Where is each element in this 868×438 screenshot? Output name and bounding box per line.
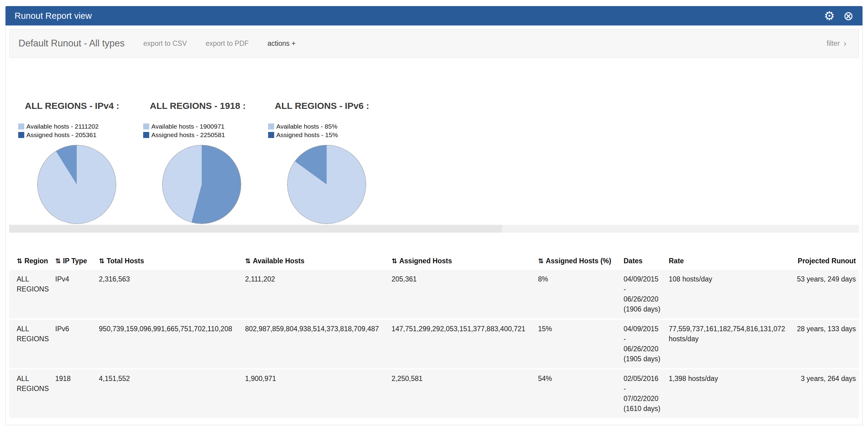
table-cell: 2,316,563 bbox=[96, 269, 243, 319]
chevron-right-icon: › bbox=[843, 39, 846, 48]
legend-label: Available hosts - 1900971 bbox=[151, 123, 224, 130]
charts-row: ALL REGIONS - IPv4 : Available hosts - 2… bbox=[9, 100, 859, 224]
legend-swatch-icon bbox=[143, 132, 149, 138]
sort-icon[interactable]: ⇅ bbox=[99, 257, 104, 265]
table-body: ALL REGIONSIPv42,316,5632,111,202205,361… bbox=[9, 269, 859, 418]
column-header-label: Rate bbox=[669, 257, 684, 265]
pie-chart bbox=[38, 145, 116, 224]
column-header-label: Available Hosts bbox=[253, 257, 304, 265]
settings-icon[interactable]: ⚙ bbox=[824, 10, 835, 22]
table-cell: 108 hosts/day bbox=[666, 269, 794, 319]
table-cell: 77,559,737,161,182,754,816,131,072 hosts… bbox=[666, 319, 794, 369]
column-header-label: Dates bbox=[624, 257, 643, 265]
close-icon[interactable]: ⊗ bbox=[843, 10, 854, 22]
scrollbar-thumb[interactable] bbox=[9, 225, 502, 233]
legend-label: Assigned hosts - 15% bbox=[276, 131, 338, 138]
table-cell: 2,111,202 bbox=[243, 269, 389, 319]
table-cell: 147,751,299,292,053,151,377,883,400,721 bbox=[389, 319, 536, 369]
sort-icon[interactable]: ⇅ bbox=[17, 257, 22, 265]
filter-label: filter bbox=[827, 39, 840, 48]
table-header-row: ⇅Region⇅IP Type⇅Total Hosts⇅Available Ho… bbox=[9, 254, 859, 269]
page-title: Runout Report view bbox=[14, 11, 92, 21]
table-cell: ALL REGIONS bbox=[9, 369, 53, 418]
legend-swatch-icon bbox=[18, 132, 24, 138]
column-header-dates: Dates bbox=[621, 254, 666, 269]
pie-chart-block: ALL REGIONS - IPv6 : Available hosts - 8… bbox=[268, 100, 393, 224]
legend-item: Assigned hosts - 2250581 bbox=[143, 131, 268, 139]
legend-label: Available hosts - 2111202 bbox=[26, 123, 99, 130]
column-header-assigned-hosts[interactable]: ⇅Assigned Hosts bbox=[389, 254, 536, 269]
pie-chart bbox=[162, 145, 241, 224]
column-header-region[interactable]: ⇅Region bbox=[9, 254, 53, 269]
column-header-label: Assigned Hosts (%) bbox=[546, 257, 611, 265]
report-name: Default Runout - All types bbox=[19, 38, 125, 49]
table-row: ALL REGIONSIPv6950,739,159,096,991,665,7… bbox=[9, 319, 859, 369]
title-bar: Runout Report view ⚙ ⊗ bbox=[5, 6, 863, 26]
chart-legend: Available hosts - 1900971Assigned hosts … bbox=[143, 122, 268, 139]
export-pdf-link[interactable]: export to PDF bbox=[206, 39, 249, 48]
export-csv-link[interactable]: export to CSV bbox=[144, 39, 187, 48]
column-header-label: Projected Runout bbox=[798, 257, 856, 265]
table-cell: 950,739,159,096,991,665,751,702,110,208 bbox=[96, 319, 243, 369]
table-cell: 28 years, 133 days bbox=[794, 319, 859, 369]
column-header-total-hosts[interactable]: ⇅Total Hosts bbox=[96, 254, 243, 269]
legend-item: Available hosts - 85% bbox=[268, 122, 393, 131]
table-cell: 54% bbox=[536, 369, 621, 418]
table-row: ALL REGIONS19184,151,5521,900,9712,250,5… bbox=[9, 369, 859, 418]
table-cell: ALL REGIONS bbox=[9, 319, 53, 369]
table-cell: 1918 bbox=[53, 369, 96, 418]
column-header-label: Region bbox=[24, 257, 48, 265]
table-cell: 4,151,552 bbox=[96, 369, 243, 418]
legend-swatch-icon bbox=[143, 123, 149, 129]
sort-icon[interactable]: ⇅ bbox=[538, 257, 544, 265]
horizontal-scrollbar[interactable] bbox=[9, 225, 859, 233]
table-cell: 02/05/2016 - 07/02/2020 (1610 days) bbox=[621, 369, 666, 418]
titlebar-icons: ⚙ ⊗ bbox=[824, 10, 854, 22]
report-card: Default Runout - All types export to CSV… bbox=[5, 26, 863, 425]
legend-swatch-icon bbox=[268, 123, 274, 129]
column-header-label: Assigned Hosts bbox=[399, 257, 452, 265]
actions-menu-button[interactable]: actions + bbox=[268, 39, 296, 48]
table-cell: 1,398 hosts/day bbox=[666, 369, 794, 418]
column-header-assigned-hosts[interactable]: ⇅Assigned Hosts (%) bbox=[536, 254, 621, 269]
table-cell: 3 years, 264 days bbox=[794, 369, 859, 418]
chart-title: ALL REGIONS - IPv6 : bbox=[275, 100, 393, 111]
table-cell: 15% bbox=[536, 319, 621, 369]
pie-chart-block: ALL REGIONS - 1918 : Available hosts - 1… bbox=[143, 100, 268, 224]
legend-swatch-icon bbox=[18, 123, 24, 129]
table-cell: 04/09/2015 - 06/26/2020 (1905 days) bbox=[621, 319, 666, 369]
filter-toggle[interactable]: filter › bbox=[827, 39, 846, 48]
table-cell: IPv4 bbox=[53, 269, 96, 319]
table-cell: 205,361 bbox=[389, 269, 536, 319]
column-header-label: Total Hosts bbox=[106, 257, 144, 265]
chart-title: ALL REGIONS - IPv4 : bbox=[25, 100, 143, 111]
legend-label: Available hosts - 85% bbox=[276, 123, 338, 130]
table-cell: 04/09/2015 - 06/26/2020 (1906 days) bbox=[621, 269, 666, 319]
legend-item: Assigned hosts - 15% bbox=[268, 131, 393, 139]
column-header-ip-type[interactable]: ⇅IP Type bbox=[53, 254, 96, 269]
chart-title: ALL REGIONS - 1918 : bbox=[150, 100, 268, 111]
legend-label: Assigned hosts - 2250581 bbox=[151, 131, 225, 138]
legend-item: Available hosts - 2111202 bbox=[18, 122, 143, 131]
sort-icon[interactable]: ⇅ bbox=[245, 257, 250, 265]
legend-swatch-icon bbox=[268, 132, 274, 138]
table-row: ALL REGIONSIPv42,316,5632,111,202205,361… bbox=[9, 269, 859, 319]
table-cell: 8% bbox=[536, 269, 621, 319]
app: Runout Report view ⚙ ⊗ Default Runout - … bbox=[0, 0, 868, 425]
column-header-label: IP Type bbox=[63, 257, 87, 265]
legend-item: Assigned hosts - 205361 bbox=[18, 131, 143, 139]
sort-icon[interactable]: ⇅ bbox=[55, 257, 61, 265]
table-cell: 1,900,971 bbox=[243, 369, 389, 418]
column-header-projected-runout: Projected Runout bbox=[794, 254, 859, 269]
legend-item: Available hosts - 1900971 bbox=[143, 122, 268, 131]
table-cell: 53 years, 249 days bbox=[794, 269, 859, 319]
column-header-rate: Rate bbox=[666, 254, 794, 269]
table-cell: IPv6 bbox=[53, 319, 96, 369]
column-header-available-hosts[interactable]: ⇅Available Hosts bbox=[243, 254, 389, 269]
chart-legend: Available hosts - 2111202Assigned hosts … bbox=[18, 122, 143, 139]
table-cell: ALL REGIONS bbox=[9, 269, 53, 319]
table-cell: 802,987,859,804,938,514,373,818,709,487 bbox=[243, 319, 389, 369]
pie-chart bbox=[287, 145, 366, 224]
sort-icon[interactable]: ⇅ bbox=[392, 257, 397, 265]
runout-table: ⇅Region⇅IP Type⇅Total Hosts⇅Available Ho… bbox=[9, 254, 859, 418]
